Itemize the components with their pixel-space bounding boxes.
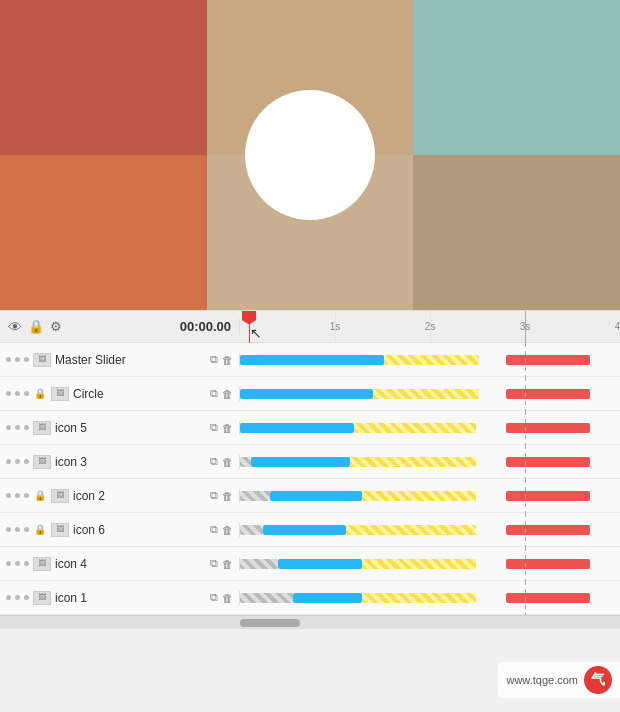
dot2	[15, 527, 20, 532]
layer-name-icon3: icon 3	[55, 455, 206, 469]
delete-icon-icon2[interactable]: 🗑	[222, 490, 233, 502]
bar-gray-icon1	[240, 593, 293, 603]
layer-name-icon2: icon 2	[73, 489, 206, 503]
lock-icon2: 🔒	[34, 490, 46, 501]
copy-icon-circle[interactable]: ⧉	[210, 387, 218, 400]
delete-icon-icon4[interactable]: 🗑	[222, 558, 233, 570]
layer-name-icon6: icon 6	[73, 523, 206, 537]
track-icon5[interactable]	[240, 411, 620, 445]
bar-yellow-icon3	[350, 457, 475, 467]
copy-icon-icon4[interactable]: ⧉	[210, 557, 218, 570]
timeline-ruler[interactable]: ↖ 1s 2s 3s 4s	[240, 311, 620, 343]
bar-blue-circle	[240, 389, 373, 399]
dot1	[6, 391, 11, 396]
dot3	[24, 527, 29, 532]
delete-icon-icon3[interactable]: 🗑	[222, 456, 233, 468]
track-icon1[interactable]	[240, 581, 620, 615]
dashed-3s-master-slider	[525, 343, 526, 377]
watermark-text: www.tqge.com	[506, 674, 578, 686]
track-master-slider[interactable]	[240, 343, 620, 377]
ruler-line-3s	[525, 311, 526, 343]
layer-left-icon3: 🖼 icon 3 ⧉ 🗑	[0, 455, 240, 469]
layer-left-master-slider: 🖼 Master Slider ⧉ 🗑	[0, 353, 240, 367]
dashed-3s-icon4	[525, 547, 526, 581]
bar-red-circle	[506, 389, 590, 399]
layer-left-icon6: 🔒 🖼 icon 6 ⧉ 🗑	[0, 523, 240, 537]
layer-thumb-icon6: 🖼	[51, 523, 69, 537]
bar-yellow-circle	[373, 389, 479, 399]
bar-gray-icon6	[240, 525, 263, 535]
lock-icon[interactable]: 🔒	[28, 319, 44, 334]
dot2	[15, 595, 20, 600]
layer-actions-icon4: ⧉ 🗑	[210, 557, 233, 570]
dashed-3s-icon5	[525, 411, 526, 445]
track-icon3[interactable]	[240, 445, 620, 479]
delete-icon-master-slider[interactable]: 🗑	[222, 354, 233, 366]
preview-cell-5	[413, 155, 620, 310]
layer-name-circle: Circle	[73, 387, 206, 401]
playhead[interactable]: ↖	[242, 311, 256, 343]
layer-row-icon1: 🖼 icon 1 ⧉ 🗑	[0, 581, 620, 615]
layer-thumb-icon2: 🖼	[51, 489, 69, 503]
delete-icon-icon1[interactable]: 🗑	[222, 592, 233, 604]
track-circle[interactable]	[240, 377, 620, 411]
layer-row-icon6: 🔒 🖼 icon 6 ⧉ 🗑	[0, 513, 620, 547]
track-icon2[interactable]	[240, 479, 620, 513]
dot1	[6, 561, 11, 566]
layer-left-icon1: 🖼 icon 1 ⧉ 🗑	[0, 591, 240, 605]
delete-icon-icon6[interactable]: 🗑	[222, 524, 233, 536]
copy-icon-icon1[interactable]: ⧉	[210, 591, 218, 604]
dot3	[24, 595, 29, 600]
watermark-logo: 气	[584, 666, 612, 694]
dot3	[24, 459, 29, 464]
layer-row-icon4: 🖼 icon 4 ⧉ 🗑	[0, 547, 620, 581]
copy-icon-icon2[interactable]: ⧉	[210, 489, 218, 502]
dot2	[15, 493, 20, 498]
bar-yellow-icon5	[354, 423, 476, 433]
copy-icon-icon5[interactable]: ⧉	[210, 421, 218, 434]
bar-gray-icon2	[240, 491, 270, 501]
layer-thumb-master-slider: 🖼	[33, 353, 51, 367]
dot2	[15, 561, 20, 566]
delete-icon-icon5[interactable]: 🗑	[222, 422, 233, 434]
dot3	[24, 493, 29, 498]
ruler-line-1s	[335, 311, 336, 343]
bar-red-master-slider	[506, 355, 590, 365]
copy-icon-icon3[interactable]: ⧉	[210, 455, 218, 468]
cursor-arrow: ↖	[250, 325, 262, 341]
settings-icon[interactable]: ⚙	[50, 319, 62, 334]
timeline-controls: 👁 🔒 ⚙ 00:00.00	[0, 319, 240, 335]
layer-left-circle: 🔒 🖼 Circle ⧉ 🗑	[0, 387, 240, 401]
bar-blue-icon3	[251, 457, 350, 467]
dot2	[15, 425, 20, 430]
dot2	[15, 357, 20, 362]
scrollbar-thumb[interactable]	[240, 619, 300, 627]
preview-cell-3	[0, 155, 207, 310]
dashed-3s-icon3	[525, 445, 526, 479]
lock-icon6: 🔒	[34, 524, 46, 535]
bar-gray-icon3	[240, 457, 251, 467]
dashed-3s-icon1	[525, 581, 526, 615]
copy-icon-icon6[interactable]: ⧉	[210, 523, 218, 536]
dot3	[24, 425, 29, 430]
bar-yellow-icon1	[362, 593, 476, 603]
lock-circle: 🔒	[34, 388, 46, 399]
dot2	[15, 459, 20, 464]
layer-name-icon5: icon 5	[55, 421, 206, 435]
layer-thumb-circle: 🖼	[51, 387, 69, 401]
layer-row-circle: 🔒 🖼 Circle ⧉ 🗑	[0, 377, 620, 411]
dashed-3s-circle	[525, 377, 526, 411]
copy-icon-master-slider[interactable]: ⧉	[210, 353, 218, 366]
dot2	[15, 391, 20, 396]
timeline-scrollbar[interactable]	[0, 615, 620, 629]
bar-yellow-icon6	[346, 525, 475, 535]
layer-left-icon2: 🔒 🖼 icon 2 ⧉ 🗑	[0, 489, 240, 503]
layer-actions-icon2: ⧉ 🗑	[210, 489, 233, 502]
track-icon4[interactable]	[240, 547, 620, 581]
delete-icon-circle[interactable]: 🗑	[222, 388, 233, 400]
layer-row-icon3: 🖼 icon 3 ⧉ 🗑	[0, 445, 620, 479]
track-icon6[interactable]	[240, 513, 620, 547]
bar-blue-icon5	[240, 423, 354, 433]
bar-yellow-icon4	[362, 559, 476, 569]
visibility-icon[interactable]: 👁	[8, 319, 22, 335]
